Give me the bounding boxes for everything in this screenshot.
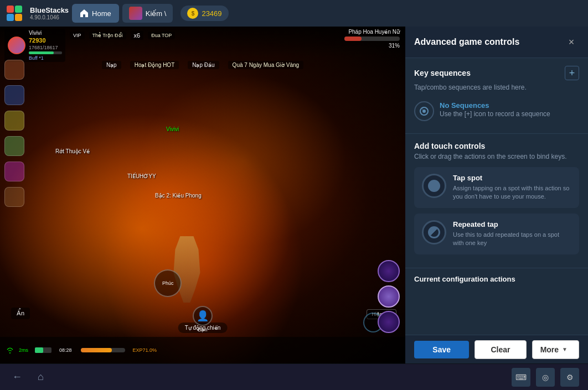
panel-header: Advanced game controls × xyxy=(405,27,588,58)
game-overlay-top: Vivivi 72930 17681/18617 Buff *1 VIP Thẻ… xyxy=(0,27,405,57)
game-stat: x6 xyxy=(131,31,144,40)
bottom-buttons: Save Clear More ▼ xyxy=(405,335,588,363)
player-name-float: Vivivi xyxy=(166,126,179,132)
taskbar-home-icon: ⌂ xyxy=(38,371,44,383)
sidebar-icon-2[interactable] xyxy=(4,85,24,105)
sidebar-icon-5[interactable] xyxy=(4,162,24,181)
bluestacks-logo xyxy=(4,6,24,21)
nap-dau-label[interactable]: Nạp Đầu xyxy=(188,61,219,69)
hot-label[interactable]: Hoạt Động HOT xyxy=(130,61,179,69)
key-sequences-title: Key sequences xyxy=(414,69,471,77)
tap-spot-card[interactable]: Tap spot Assign tapping on a spot with t… xyxy=(414,167,579,208)
repeated-tap-desc: Use this to add repeated taps on a spot … xyxy=(453,231,571,248)
back-button[interactable]: ← xyxy=(9,368,25,386)
taskbar-right: ⌨ ◎ ⚙ xyxy=(512,368,579,387)
no-sequences-desc: Use the [+] icon to record a sequence xyxy=(440,110,550,119)
an-button[interactable]: Ẩn xyxy=(11,308,30,319)
sidebar-icon-6[interactable] xyxy=(4,187,24,207)
vip-label: VIP xyxy=(70,32,85,39)
sequence-record-icon: ! xyxy=(419,106,429,116)
game-tab-label: Kiếm \ xyxy=(146,9,167,18)
home-nav-button[interactable]: Home xyxy=(72,4,119,23)
ping-status: 2ms xyxy=(19,347,28,353)
player-name: Vivivi xyxy=(29,30,62,36)
keyboard-button[interactable]: ⌨ xyxy=(512,368,530,387)
gamepad-button[interactable]: ◎ xyxy=(536,368,555,387)
enemy-hp: 31% xyxy=(389,43,400,49)
app-version: 4.90.0.1046 xyxy=(30,14,69,20)
top-bar: BlueStacks 4.90.0.1046 Home Kiếm \ $ 234… xyxy=(0,0,588,27)
app-name: BlueStacks xyxy=(30,6,69,14)
tap-spot-name: Tap spot xyxy=(453,174,571,182)
time-display: 08:28 xyxy=(59,347,72,353)
tap-spot-icon xyxy=(422,174,446,198)
exp-display: EXP71.0% xyxy=(133,347,157,353)
top-menu-bar: Nạp Hoạt Động HOT Nạp Đầu Quà 7 Ngày Mua… xyxy=(0,59,405,71)
taskbar: ← ⌂ ⌨ ◎ ⚙ xyxy=(0,363,588,390)
sidebar-icon-4[interactable] xyxy=(4,136,24,156)
more-button[interactable]: More ▼ xyxy=(532,340,579,359)
touch-controls-subtitle: Click or drag the actions on the screen … xyxy=(414,153,579,160)
gamepad-icon: ◎ xyxy=(542,373,549,382)
nap-label[interactable]: Nạp xyxy=(102,61,121,69)
skill-icon-1[interactable] xyxy=(378,260,400,282)
repeated-tap-info: Repeated tap Use this to add repeated ta… xyxy=(453,220,571,248)
ban-label: Bạn xyxy=(198,327,207,332)
coin-icon: $ xyxy=(187,8,198,19)
skill-icon-3[interactable] xyxy=(378,311,400,333)
enemy-info: Pháp Hoa Huyền Nữ 31% xyxy=(344,29,400,49)
player-avatar xyxy=(8,37,25,54)
no-sequences-area: ! No Sequences Use the [+] icon to recor… xyxy=(414,97,579,126)
repeated-tap-card[interactable]: Repeated tap Use this to add repeated ta… xyxy=(414,214,579,254)
key-sequences-section: Key sequences + Tap/combo sequences are … xyxy=(405,58,588,134)
game-tab[interactable]: Kiếm \ xyxy=(122,4,173,23)
config-title: Current configuration actions xyxy=(414,275,579,283)
config-section: Current configuration actions xyxy=(405,268,588,288)
back-icon: ← xyxy=(12,371,22,383)
key-sequences-header: Key sequences + xyxy=(414,66,579,80)
repeated-tap-name: Repeated tap xyxy=(453,220,571,228)
floating-text-2: TIẾUHỚYY xyxy=(127,173,156,179)
close-icon: × xyxy=(569,37,575,48)
player-info-box: Vivivi 72930 17681/18617 Buff *1 xyxy=(4,29,65,62)
taskbar-home-button[interactable]: ⌂ xyxy=(34,368,47,386)
game-area[interactable]: Vivivi 72930 17681/18617 Buff *1 VIP Thẻ… xyxy=(0,27,405,363)
stat-value: 72930 xyxy=(29,37,62,44)
bottom-bar-game: 2ms 08:28 EXP71.0% xyxy=(0,337,405,363)
key-sequences-subtitle: Tap/combo sequences are listed here. xyxy=(414,84,579,91)
skill-icons xyxy=(378,260,400,333)
sidebar-icon-3[interactable] xyxy=(4,111,24,131)
phuc-button[interactable]: Phúc xyxy=(154,269,182,297)
qua-label[interactable]: Quà 7 Ngày Mua Giờ Vàng xyxy=(228,61,304,69)
save-button[interactable]: Save xyxy=(414,341,469,358)
floating-text-1: Rớt Thuộc Về xyxy=(55,148,90,154)
dua-top: Đua TOP xyxy=(148,32,175,39)
phuc-label: Phúc xyxy=(162,280,174,286)
repeated-tap-icon xyxy=(422,220,446,245)
main-content: Vivivi 72930 17681/18617 Buff *1 VIP Thẻ… xyxy=(0,27,588,363)
skill-icon-2[interactable] xyxy=(378,285,400,308)
tap-spot-info: Tap spot Assign tapping on a spot with t… xyxy=(453,174,571,201)
add-sequence-button[interactable]: + xyxy=(565,66,579,80)
keyboard-icon: ⌨ xyxy=(515,373,527,382)
settings-button[interactable]: ⚙ xyxy=(560,368,579,387)
touch-controls-title: Add touch controls xyxy=(414,142,579,150)
close-button[interactable]: × xyxy=(564,34,579,50)
panel-title: Advanced game controls xyxy=(414,37,519,47)
enemy-name: Pháp Hoa Huyền Nữ xyxy=(348,29,400,35)
top-menu-icons: VIP Thẻ Trộn Đổi x6 Đua TOP xyxy=(70,31,175,40)
panel-body[interactable]: Key sequences + Tap/combo sequences are … xyxy=(405,58,588,335)
more-label: More xyxy=(540,345,559,354)
coins-area: $ 23469 xyxy=(180,6,228,21)
left-sidebar-icons xyxy=(4,60,24,207)
the-tron-doi: Thẻ Trộn Đổi xyxy=(89,32,126,39)
wifi-icon xyxy=(6,346,14,355)
no-sequences-text: No Sequences Use the [+] icon to record … xyxy=(440,101,550,119)
no-sequences-title: No Sequences xyxy=(440,101,550,110)
chevron-down-icon: ▼ xyxy=(562,346,568,352)
touch-controls-section: Add touch controls Click or drag the act… xyxy=(405,134,588,268)
floating-text-3: Bậc 2: Kiều Phong xyxy=(155,193,202,199)
home-label: Home xyxy=(92,9,111,18)
clear-button[interactable]: Clear xyxy=(474,340,526,359)
settings-icon: ⚙ xyxy=(566,373,574,382)
